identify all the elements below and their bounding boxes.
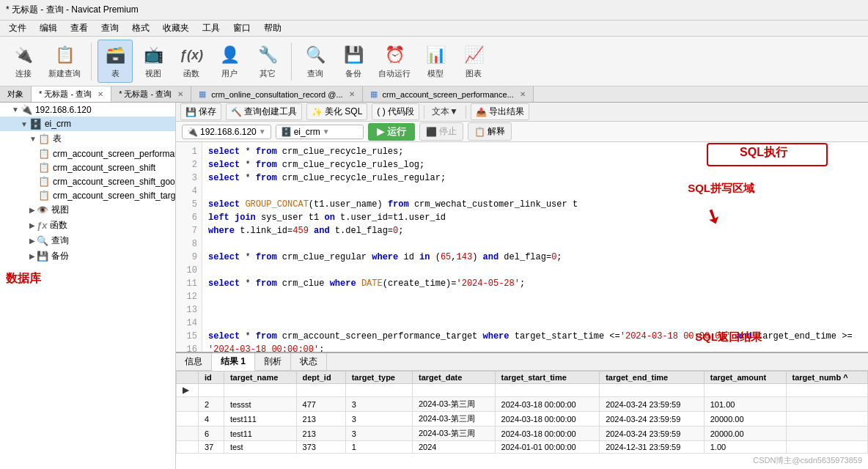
sidebar-backup[interactable]: ▶ 💾 备份 xyxy=(0,248,175,264)
tab-result1[interactable]: 结果 1 xyxy=(212,353,255,371)
toolbar-model[interactable]: 📊 模型 xyxy=(418,40,453,82)
cell-name xyxy=(224,384,296,397)
query-label: 查询 xyxy=(307,68,323,79)
sql-code-area[interactable]: select * from crm_clue_recycle_rules; se… xyxy=(202,142,868,352)
sidebar-tbl-1[interactable]: 📋 crm_account_screen_performance_target xyxy=(0,147,175,160)
beautify-button[interactable]: ✨ 美化 SQL xyxy=(306,103,367,120)
table-row[interactable]: 2 tessst 477 3 2024-03-第三周 2024-03-18 00… xyxy=(177,397,868,412)
table-row[interactable]: ▶ xyxy=(177,384,868,397)
build-query-button[interactable]: 🔨 查询创建工具 xyxy=(226,103,302,120)
user-icon: 👤 xyxy=(218,43,241,67)
toolbar-chart[interactable]: 📈 图表 xyxy=(456,40,491,82)
export-label: 导出结果 xyxy=(489,106,524,118)
toolbar-query[interactable]: 🔍 查询 xyxy=(298,40,333,82)
connection-selector[interactable]: 🔌 192.168.6.120 ▼ xyxy=(182,125,271,139)
sidebar-tables[interactable]: ▼ 📋 表 xyxy=(0,131,175,147)
cell-end xyxy=(600,384,705,397)
cell-numb xyxy=(786,412,868,426)
run-button[interactable]: ▶ 运行 xyxy=(368,123,415,141)
toolbar-other[interactable]: 🔧 其它 xyxy=(250,40,285,82)
toolbar-user[interactable]: 👤 用户 xyxy=(212,40,247,82)
explain-button[interactable]: 📋 解释 xyxy=(468,122,512,141)
toolbar-table[interactable]: 🗃️ 表 xyxy=(98,40,133,83)
explain-icon: 📋 xyxy=(474,127,485,137)
backup-icon-tree: 💾 xyxy=(37,251,48,262)
col-start-time[interactable]: target_start_time xyxy=(495,372,600,384)
tab-object-label: 对象 xyxy=(7,89,23,100)
sidebar-connection[interactable]: ▼ 🔌 192.168.6.120 xyxy=(0,103,175,117)
tab-query1-close[interactable]: ✕ xyxy=(98,90,103,98)
view-icon: 📺 xyxy=(141,43,165,67)
main-toolbar: 🔌 连接 📋 新建查询 🗃️ 表 📺 视图 ƒ(x) 函数 👤 用户 🔧 其它 … xyxy=(0,37,868,86)
menu-favorites[interactable]: 收藏夹 xyxy=(157,21,195,36)
menu-window[interactable]: 窗口 xyxy=(227,21,257,36)
toolbar-backup[interactable]: 💾 备份 xyxy=(336,40,371,82)
results-table-wrap[interactable]: id target_name dept_id target_type targe… xyxy=(176,371,868,469)
col-target-name[interactable]: target_name xyxy=(224,372,296,384)
cell-start: 2024-03-18 00:00:00 xyxy=(495,426,600,441)
sidebar-tbl-3[interactable]: 📋 crm_account_screen_shift_goods xyxy=(0,174,175,188)
sidebar-tbl-2[interactable]: 📋 crm_account_screen_shift xyxy=(0,160,175,174)
watermark: CSDN博主@csdn5635973859 xyxy=(753,455,862,466)
save-button[interactable]: 💾 保存 xyxy=(180,103,221,120)
text-dropdown[interactable]: 文本▼ xyxy=(429,104,461,119)
queries-label: 查询 xyxy=(51,234,69,247)
toolbar-function[interactable]: ƒ(x) 函数 xyxy=(174,40,209,82)
connect-label: 连接 xyxy=(15,68,32,79)
col-dept-id[interactable]: dept_id xyxy=(296,372,345,384)
cell-id xyxy=(198,384,224,397)
tab-crm-online-close[interactable]: ✕ xyxy=(349,90,355,98)
db-arrow-sel: ▼ xyxy=(323,128,330,136)
tab-query1[interactable]: * 无标题 - 查询 ✕ xyxy=(32,86,111,102)
menu-edit[interactable]: 编辑 xyxy=(34,21,63,36)
col-target-date[interactable]: target_date xyxy=(412,372,495,384)
sidebar-functions[interactable]: ▶ ƒx 函数 xyxy=(0,218,175,233)
qtool-sep xyxy=(424,106,424,119)
views-label: 视图 xyxy=(51,204,69,216)
menu-tools[interactable]: 工具 xyxy=(196,21,226,36)
toolbar-new-query[interactable]: 📋 新建查询 xyxy=(44,40,85,82)
sidebar-views[interactable]: ▶ 👁️ 视图 xyxy=(0,202,175,218)
toolbar-autorun[interactable]: ⏰ 自动运行 xyxy=(374,40,415,82)
tab-info[interactable]: 信息 xyxy=(176,353,212,370)
cell-end: 2024-03-24 23:59:59 xyxy=(600,397,705,412)
tab-object[interactable]: 对象 xyxy=(0,86,32,102)
col-id[interactable]: id xyxy=(198,372,224,384)
tab-crm-online-icon: ▦ xyxy=(199,89,206,99)
table-row[interactable]: 6 test11 213 3 2024-03-第三周 2024-03-18 00… xyxy=(177,426,868,441)
tab-query2-close[interactable]: ✕ xyxy=(177,90,183,98)
col-target-type[interactable]: target_type xyxy=(345,372,412,384)
table-row[interactable]: 37 test 373 1 2024 2024-01-01 00:00:00 2… xyxy=(177,441,868,454)
col-end-time[interactable]: target_end_time xyxy=(600,372,705,384)
tab-profile[interactable]: 剖析 xyxy=(255,353,291,370)
code-segment-button[interactable]: ( ) 代码段 xyxy=(372,103,419,120)
cell-type xyxy=(345,384,412,397)
expand-arrow: ▼ xyxy=(12,106,19,114)
stop-button[interactable]: ⬛ 停止 xyxy=(419,122,463,141)
cell-dept: 213 xyxy=(296,426,345,441)
cell-dept: 373 xyxy=(296,441,345,454)
menu-format[interactable]: 格式 xyxy=(126,21,155,36)
sidebar-queries[interactable]: ▶ 🔍 查询 xyxy=(0,233,175,248)
col-numb[interactable]: target_numb ^ xyxy=(786,372,868,384)
sidebar-database[interactable]: ▼ 🗄️ ei_crm xyxy=(0,117,175,131)
col-amount[interactable]: target_amount xyxy=(704,372,786,384)
toolbar-view[interactable]: 📺 视图 xyxy=(136,40,171,82)
sql-editor[interactable]: 12345678910 11121314151617181920 2122232… xyxy=(176,142,868,352)
database-selector[interactable]: 🗄️ ei_crm ▼ xyxy=(276,125,364,139)
menu-view[interactable]: 查看 xyxy=(65,21,94,36)
tab-crm-online[interactable]: ▦ crm_online_consultation_record @... ✕ xyxy=(191,86,362,102)
tab-crm-account[interactable]: ▦ crm_account_screen_performance... ✕ xyxy=(363,86,534,102)
tab-status[interactable]: 状态 xyxy=(291,353,327,370)
tab-crm-account-close[interactable]: ✕ xyxy=(520,90,526,98)
toolbar-connect[interactable]: 🔌 连接 xyxy=(6,40,41,82)
sidebar-tbl-4[interactable]: 📋 crm_account_screen_shift_target xyxy=(0,188,175,202)
table-row[interactable]: 4 test111 213 3 2024-03-第三周 2024-03-18 0… xyxy=(177,412,868,426)
export-button[interactable]: 📤 导出结果 xyxy=(471,103,529,120)
menu-help[interactable]: 帮助 xyxy=(258,21,287,36)
menu-query[interactable]: 查询 xyxy=(95,21,125,36)
menu-file[interactable]: 文件 xyxy=(3,21,32,36)
sidebar: ▼ 🔌 192.168.6.120 ▼ 🗄️ ei_crm ▼ 📋 表 📋 cr… xyxy=(0,103,176,469)
queries-arrow: ▶ xyxy=(29,237,35,245)
tab-query2[interactable]: * 无标题 - 查询 ✕ xyxy=(111,86,191,102)
